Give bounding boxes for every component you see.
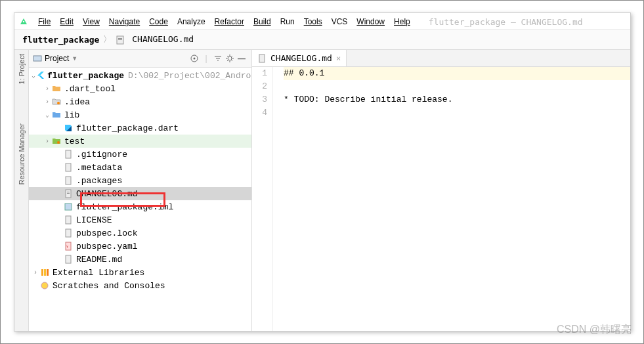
svg-rect-21 <box>66 229 71 237</box>
module-file-icon <box>63 202 74 212</box>
tree-folder-test[interactable]: › test <box>29 135 251 148</box>
target-icon[interactable] <box>188 53 200 64</box>
markdown-file-icon <box>63 188 74 199</box>
folder-icon <box>51 97 62 107</box>
svg-point-28 <box>41 282 48 289</box>
window-context: flutter_package – CHANGELOG.md <box>429 17 583 27</box>
editor-area: CHANGELOG.md × 1 2 3 4 ## 0.0.1 * TODO: … <box>252 50 630 331</box>
tree-file-gitignore[interactable]: .gitignore <box>29 148 251 161</box>
svg-rect-29 <box>259 54 265 62</box>
editor-tab-label: CHANGELOG.md <box>270 53 332 63</box>
chevron-down-icon[interactable]: ▼ <box>72 55 77 62</box>
folder-icon <box>51 110 62 120</box>
menu-vcs[interactable]: VCS <box>328 16 352 28</box>
tree-file-readme[interactable]: README.md <box>29 253 251 266</box>
tree-root[interactable]: ⌄ flutter_package D:\002_Project\002_And… <box>29 69 251 82</box>
svg-rect-18 <box>67 193 70 194</box>
menu-window[interactable]: Window <box>353 16 389 28</box>
svg-rect-14 <box>66 163 71 171</box>
svg-point-11 <box>57 102 60 104</box>
tree-file-license[interactable]: LICENSE <box>29 213 251 226</box>
svg-rect-19 <box>65 204 72 210</box>
project-panel: Project ▼ | — ⌄ flutter_package D: <box>29 50 252 331</box>
svg-rect-17 <box>67 192 70 192</box>
tool-tab-resource-manager[interactable]: Resource Manager <box>18 123 26 185</box>
svg-rect-3 <box>118 39 122 40</box>
project-panel-header: Project ▼ | — <box>29 50 251 68</box>
file-icon <box>63 215 74 225</box>
file-icon <box>63 149 74 160</box>
menu-view[interactable]: View <box>79 16 104 28</box>
chevron-right-icon[interactable]: › <box>43 138 51 145</box>
file-icon <box>63 175 74 186</box>
chevron-right-icon: 〉 <box>102 33 113 45</box>
menu-file[interactable]: File <box>34 16 54 28</box>
svg-point-6 <box>194 58 196 60</box>
svg-rect-20 <box>66 216 71 224</box>
project-panel-title[interactable]: Project <box>45 54 69 63</box>
tree-external-libraries[interactable]: › External Libraries <box>29 266 251 279</box>
editor-tabs: CHANGELOG.md × <box>252 50 630 67</box>
tree-folder-lib[interactable]: ⌄ lib <box>29 108 251 121</box>
svg-rect-13 <box>66 150 71 158</box>
tree-file-pubspec-yaml[interactable]: Y pubspec.yaml <box>29 240 251 253</box>
project-tree[interactable]: ⌄ flutter_package D:\002_Project\002_And… <box>29 68 251 331</box>
tool-strip-left: 1: Project Resource Manager <box>14 50 29 331</box>
tree-folder-dart-tool[interactable]: › .dart_tool <box>29 82 251 95</box>
svg-rect-26 <box>44 269 46 276</box>
flutter-project-icon <box>35 70 45 81</box>
svg-point-0 <box>23 21 24 22</box>
file-icon <box>63 162 74 173</box>
chevron-right-icon[interactable]: › <box>43 85 51 93</box>
markdown-file-icon <box>257 54 267 63</box>
tree-file-iml[interactable]: flutter_package.iml <box>29 200 251 213</box>
libraries-icon <box>39 267 50 278</box>
svg-rect-15 <box>66 177 71 184</box>
breadcrumb-root[interactable]: flutter_package <box>20 35 102 45</box>
folder-test-icon <box>51 136 62 146</box>
tree-scratches[interactable]: Scratches and Consoles <box>29 279 251 292</box>
chevron-down-icon[interactable]: ⌄ <box>43 111 51 119</box>
project-view-icon <box>33 54 42 63</box>
chevron-right-icon[interactable]: › <box>32 269 39 276</box>
svg-point-12 <box>57 141 60 144</box>
tree-file-packages[interactable]: .packages <box>29 174 251 187</box>
file-icon <box>63 228 74 238</box>
tree-folder-idea[interactable]: › .idea <box>29 95 251 108</box>
tree-file-changelog[interactable]: CHANGELOG.md <box>29 187 251 200</box>
tree-file-pubspec-lock[interactable]: pubspec.lock <box>29 226 251 240</box>
menu-tools[interactable]: Tools <box>300 16 326 28</box>
breadcrumb-file[interactable]: CHANGELOG.md <box>113 34 196 45</box>
android-studio-logo-icon <box>18 16 29 27</box>
tool-tab-project[interactable]: 1: Project <box>18 54 26 84</box>
tree-file-metadata[interactable]: .metadata <box>29 161 251 174</box>
markdown-file-icon <box>63 254 74 265</box>
editor-gutter: 1 2 3 4 <box>252 67 273 331</box>
minimize-icon[interactable]: — <box>236 53 247 64</box>
yaml-file-icon: Y <box>63 241 74 251</box>
filter-icon[interactable] <box>212 53 224 64</box>
editor-code[interactable]: ## 0.0.1 * TODO: Describe initial releas… <box>273 67 630 331</box>
svg-rect-27 <box>47 269 49 276</box>
menu-edit[interactable]: Edit <box>56 16 77 28</box>
close-icon[interactable]: × <box>336 54 341 63</box>
menu-navigate[interactable]: Navigate <box>105 16 144 28</box>
menu-refactor[interactable]: Refactor <box>211 16 248 28</box>
breadcrumb: flutter_package 〉 CHANGELOG.md <box>14 30 630 50</box>
svg-rect-25 <box>41 269 43 276</box>
chevron-right-icon[interactable]: › <box>43 98 51 106</box>
svg-point-10 <box>228 56 232 60</box>
menu-build[interactable]: Build <box>249 16 275 28</box>
dart-file-icon <box>63 123 74 133</box>
menu-help[interactable]: Help <box>390 16 414 28</box>
tree-file-flutter-package-dart[interactable]: flutter_package.dart <box>29 121 251 135</box>
gear-icon[interactable] <box>224 53 236 64</box>
menu-analyze[interactable]: Analyze <box>173 16 209 28</box>
menu-run[interactable]: Run <box>276 16 299 28</box>
editor-body[interactable]: 1 2 3 4 ## 0.0.1 * TODO: Describe initia… <box>252 67 630 331</box>
scratches-icon <box>39 280 50 291</box>
menu-bar: File Edit View Navigate Code Analyze Ref… <box>14 13 630 30</box>
svg-rect-24 <box>66 255 71 263</box>
editor-tab-changelog[interactable]: CHANGELOG.md × <box>252 50 347 66</box>
menu-code[interactable]: Code <box>145 16 172 28</box>
